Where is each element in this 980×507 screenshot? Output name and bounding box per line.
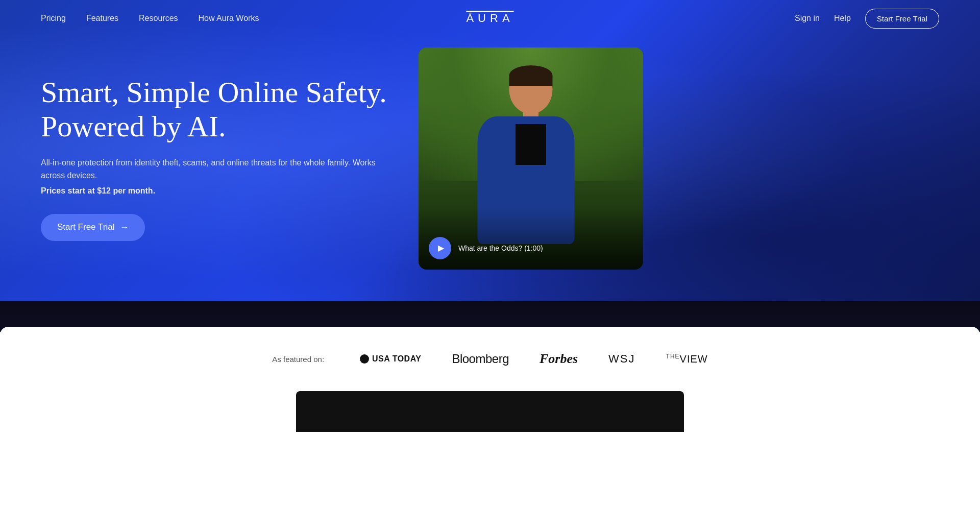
hero-video-card: ▶ What are the Odds? (1:00) [419, 47, 643, 270]
theview-text: THEVIEW [666, 353, 708, 365]
play-icon: ▶ [438, 243, 444, 253]
hero-cta-button[interactable]: Start Free Trial → [41, 214, 145, 241]
video-controls: ▶ What are the Odds? (1:00) [429, 237, 543, 259]
brand-logo-text: ĀURA [466, 12, 513, 25]
usa-today-text: USA TODAY [372, 354, 421, 364]
nav-link-resources[interactable]: Resources [139, 14, 178, 23]
nav-signin[interactable]: Sign in [795, 14, 820, 23]
nav-cta-button[interactable]: Start Free Trial [865, 9, 939, 29]
nav-link-pricing[interactable]: Pricing [41, 14, 66, 23]
navbar: Pricing Features Resources How Aura Work… [0, 0, 980, 37]
bloomberg-text: Bloomberg [452, 352, 509, 366]
brand-theview: THEVIEW [666, 353, 708, 365]
nav-link-features[interactable]: Features [86, 14, 118, 23]
bottom-video-placeholder [296, 391, 684, 432]
video-caption: What are the Odds? (1:00) [458, 244, 543, 252]
brand-bloomberg: Bloomberg [452, 352, 509, 366]
wsj-text: WSJ [608, 352, 635, 366]
hero-cta-label: Start Free Trial [57, 222, 114, 232]
nav-right: Sign in Help Start Free Trial [795, 9, 939, 29]
hero-content: Smart, Simple Online Safety. Powered by … [41, 76, 388, 241]
nav-links: Pricing Features Resources How Aura Work… [41, 14, 259, 23]
forbes-text: Forbes [540, 351, 578, 367]
hero-title: Smart, Simple Online Safety. Powered by … [41, 76, 388, 143]
nav-help[interactable]: Help [834, 14, 851, 23]
nav-link-how-aura-works[interactable]: How Aura Works [199, 14, 259, 23]
arrow-icon: → [119, 222, 129, 233]
hero-price: Prices start at $12 per month. [41, 186, 388, 196]
brand-usa-today: USA TODAY [360, 354, 421, 364]
featured-label: As featured on: [272, 355, 324, 364]
brand-forbes: Forbes [540, 351, 578, 367]
video-thumbnail [419, 47, 643, 270]
brand-logo[interactable]: ĀURA [466, 12, 513, 25]
featured-section: As featured on: USA TODAY Bloomberg Forb… [0, 327, 980, 391]
hero-section: Smart, Simple Online Safety. Powered by … [0, 0, 980, 301]
brand-wsj: WSJ [608, 352, 635, 366]
play-button[interactable]: ▶ [429, 237, 451, 259]
bottom-video-section [0, 391, 980, 432]
hero-subtitle: All-in-one protection from identity thef… [41, 156, 388, 182]
usa-dot-icon [360, 354, 369, 364]
theview-the: THE [666, 353, 680, 360]
